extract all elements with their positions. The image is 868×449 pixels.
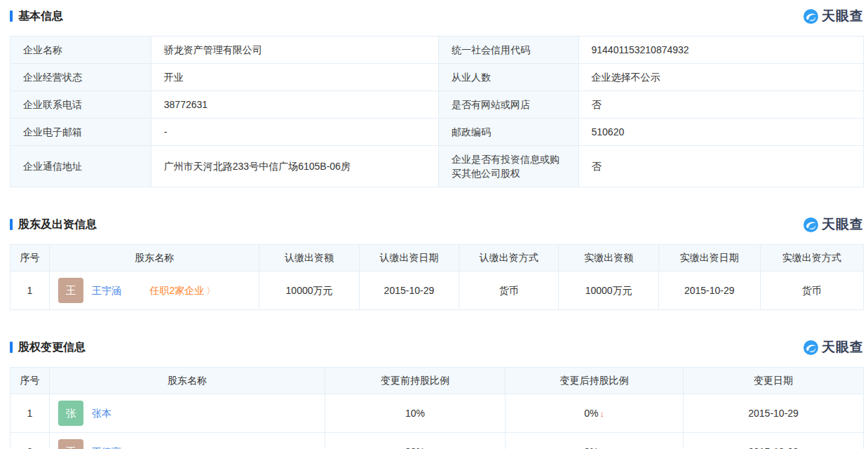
cell-change-date: 2015-10-29	[684, 433, 864, 449]
table-row: 企业联系电话 38772631 是否有网站或网店 否	[11, 91, 864, 119]
table-row: 企业电子邮箱 - 邮政编码 510620	[11, 119, 864, 146]
cell-shareholder: 王 王宇涵 任职2家企业〉	[49, 272, 259, 310]
field-value-company-name: 骄龙资产管理有限公司	[151, 36, 438, 64]
col-header-paid-amount: 实缴出资额	[559, 245, 658, 272]
tianyancha-logo: 天眼查	[803, 215, 864, 234]
basic-info-table: 企业名称 骄龙资产管理有限公司 统一社会信用代码 914401153210874…	[10, 36, 864, 187]
cell-ratio-before: 90%	[325, 433, 506, 449]
col-header-shareholder-name: 股东名称	[49, 368, 325, 394]
field-label-email: 企业电子邮箱	[11, 119, 151, 146]
table-header-row: 序号 股东名称 变更前持股比例 变更后持股比例 变更日期	[11, 368, 864, 394]
cell-subscribed-amount: 10000万元	[259, 272, 359, 310]
table-header-row: 序号 股东名称 认缴出资额 认缴出资日期 认缴出资方式 实缴出资额 实缴出资日期…	[11, 245, 864, 272]
cell-ratio-after: 0%↓	[505, 433, 683, 449]
col-header-ratio-after: 变更后持股比例	[505, 368, 683, 394]
section-basic-info: 基本信息 天眼查 企业名称 骄龙资产管理有限公司 统一社会信用代码 914401…	[10, 7, 864, 187]
col-header-subscribed-method: 认缴出资方式	[459, 245, 559, 272]
field-value-has-website: 否	[578, 91, 864, 119]
section-title-text: 股东及出资信息	[18, 217, 97, 232]
cell-subscribed-date: 2015-10-29	[359, 272, 459, 310]
cell-change-date: 2015-10-29	[684, 394, 864, 433]
field-label-has-investment: 企业是否有投资信息或购买其他公司股权	[438, 146, 578, 187]
cell-ratio-after: 0%↓	[505, 394, 683, 433]
field-label-staff-size: 从业人数	[438, 64, 578, 91]
cell-paid-amount: 10000万元	[559, 272, 658, 310]
decrease-arrow-icon: ↓	[599, 408, 604, 419]
shareholder-name-link[interactable]: 张本	[92, 406, 111, 420]
tianyancha-logo-icon	[803, 9, 818, 24]
field-value-address: 广州市天河北路233号中信广场6105B-06房	[151, 146, 438, 187]
decrease-arrow-icon: ↓	[599, 447, 604, 449]
shareholder-avatar: 王	[58, 278, 83, 303]
section-header: 股权变更信息 天眼查	[10, 338, 864, 356]
table-row: 1 张 张本 10% 0%↓ 2015-10-29	[11, 394, 864, 433]
section-title-text: 股权变更信息	[18, 340, 86, 355]
field-value-has-investment: 否	[578, 146, 864, 187]
field-value-phone: 38772631	[151, 91, 438, 119]
cell-row-number: 1	[11, 394, 50, 433]
cell-row-number: 1	[11, 272, 50, 310]
tianyancha-logo-text: 天眼查	[822, 338, 864, 356]
field-label-postal-code: 邮政编码	[438, 119, 578, 146]
chevron-right-icon: 〉	[206, 286, 215, 296]
section-header: 股东及出资信息 天眼查	[10, 215, 864, 234]
field-value-business-status: 开业	[151, 64, 438, 91]
section-header: 基本信息 天眼查	[10, 7, 864, 25]
ratio-after-value: 0%	[584, 408, 598, 419]
title-accent-bar	[10, 219, 13, 230]
cell-shareholder: 张 张本	[49, 394, 325, 433]
tianyancha-logo: 天眼查	[803, 7, 864, 25]
cell-paid-method: 货币	[760, 272, 863, 310]
section-title-text: 基本信息	[18, 9, 63, 24]
col-header-shareholder-name: 股东名称	[49, 245, 259, 272]
tianyancha-logo-icon	[803, 217, 818, 232]
col-header-subscribed-date: 认缴出资日期	[359, 245, 459, 272]
shareholder-name-link[interactable]: 王德亮	[92, 445, 121, 449]
field-value-email: -	[151, 119, 438, 146]
shareholder-avatar: 王	[58, 439, 83, 449]
cell-ratio-before: 10%	[325, 394, 506, 433]
table-row: 2 王 王德亮 90% 0%↓ 2015-10-29	[11, 433, 864, 449]
company-report-page: 基本信息 天眼查 企业名称 骄龙资产管理有限公司 统一社会信用代码 914401…	[0, 0, 868, 449]
cell-paid-date: 2015-10-29	[658, 272, 760, 310]
section-title-shareholders: 股东及出资信息	[10, 217, 97, 232]
tianyancha-logo-text: 天眼查	[822, 215, 864, 234]
col-header-paid-method: 实缴出资方式	[760, 245, 863, 272]
col-header-change-date: 变更日期	[684, 368, 864, 394]
employment-link[interactable]: 任职2家企业〉	[150, 283, 216, 298]
employment-link-text: 任职2家企业	[150, 285, 205, 296]
col-header-no: 序号	[11, 368, 50, 394]
table-row: 1 王 王宇涵 任职2家企业〉 10000万元 2015-10-29 货币 10…	[11, 272, 864, 310]
section-shareholders: 股东及出资信息 天眼查 序号 股东名称 认缴出资额 认缴出资日期 认缴出资	[10, 215, 864, 310]
field-label-credit-code: 统一社会信用代码	[438, 36, 578, 64]
title-accent-bar	[10, 342, 13, 353]
shareholders-table: 序号 股东名称 认缴出资额 认缴出资日期 认缴出资方式 实缴出资额 实缴出资日期…	[10, 244, 864, 310]
table-row: 企业名称 骄龙资产管理有限公司 统一社会信用代码 914401153210874…	[11, 36, 864, 64]
col-header-paid-date: 实缴出资日期	[658, 245, 760, 272]
field-label-business-status: 企业经营状态	[11, 64, 151, 91]
title-accent-bar	[10, 11, 13, 22]
col-header-no: 序号	[11, 245, 50, 272]
tianyancha-logo: 天眼查	[803, 338, 864, 356]
shareholder-name-link[interactable]: 王宇涵	[92, 283, 121, 297]
section-title-basic-info: 基本信息	[10, 9, 63, 24]
tianyancha-logo-icon	[803, 340, 818, 355]
field-label-address: 企业通信地址	[11, 146, 151, 187]
section-title-equity-changes: 股权变更信息	[10, 340, 86, 355]
ratio-after-value: 0%	[584, 446, 598, 449]
field-label-has-website: 是否有网站或网店	[438, 91, 578, 119]
col-header-subscribed-amount: 认缴出资额	[259, 245, 359, 272]
cell-shareholder: 王 王德亮	[49, 433, 325, 449]
cell-row-number: 2	[11, 433, 50, 449]
field-value-postal-code: 510620	[578, 119, 864, 146]
shareholder-avatar: 张	[58, 401, 83, 426]
field-label-phone: 企业联系电话	[11, 91, 151, 119]
table-row: 企业经营状态 开业 从业人数 企业选择不公示	[11, 64, 864, 91]
section-equity-changes: 股权变更信息 天眼查 序号 股东名称 变更前持股比例 变更后持股比例 变更	[10, 338, 864, 449]
col-header-ratio-before: 变更前持股比例	[325, 368, 506, 394]
field-label-company-name: 企业名称	[11, 36, 151, 64]
table-row: 企业通信地址 广州市天河北路233号中信广场6105B-06房 企业是否有投资信…	[11, 146, 864, 187]
field-value-staff-size: 企业选择不公示	[578, 64, 864, 91]
field-value-credit-code: 914401153210874932	[578, 36, 864, 64]
equity-changes-table: 序号 股东名称 变更前持股比例 变更后持股比例 变更日期 1 张 张本	[10, 367, 864, 449]
